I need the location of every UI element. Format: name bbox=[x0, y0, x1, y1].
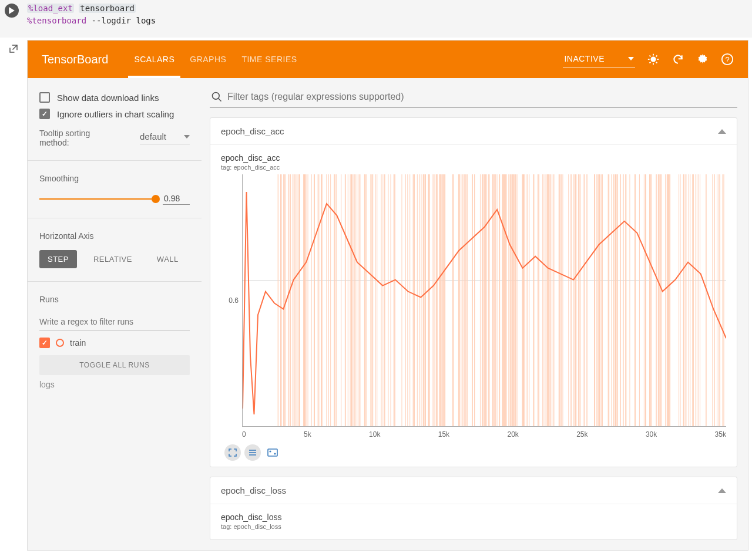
magic-arg: tensorboard bbox=[79, 4, 136, 13]
toggle-all-runs-button[interactable]: TOGGLE ALL RUNS bbox=[39, 355, 190, 375]
chart-tag: tag: epoch_disc_loss bbox=[221, 523, 726, 530]
smoothing-value-input[interactable]: 0.98 bbox=[163, 193, 190, 205]
tab-bar: SCALARS GRAPHS TIME SERIES bbox=[134, 41, 297, 78]
tab-scalars[interactable]: SCALARS bbox=[134, 41, 174, 78]
main-panel: epoch_disc_acc epoch_disc_acc tag: epoch… bbox=[202, 78, 748, 550]
chart-tag: tag: epoch_disc_acc bbox=[221, 164, 726, 171]
tensorboard-frame: TensorBoard SCALARS GRAPHS TIME SERIES I… bbox=[27, 40, 748, 551]
logdir-label: logs bbox=[39, 380, 190, 389]
axis-relative-button[interactable]: RELATIVE bbox=[85, 250, 140, 268]
search-icon bbox=[211, 91, 223, 103]
tooltip-sort-label: Tooltip sorting method: bbox=[39, 129, 104, 147]
show-download-label: Show data download links bbox=[57, 93, 159, 103]
chevron-down-icon bbox=[628, 57, 634, 60]
help-icon[interactable]: ? bbox=[721, 53, 734, 66]
tab-graphs[interactable]: GRAPHS bbox=[190, 41, 226, 78]
runs-filter-input[interactable] bbox=[39, 313, 190, 330]
tensorboard-header: TensorBoard SCALARS GRAPHS TIME SERIES I… bbox=[28, 41, 748, 78]
collapse-icon[interactable] bbox=[718, 488, 726, 493]
show-download-checkbox[interactable]: Show data download links bbox=[39, 92, 190, 103]
tag-filter-input[interactable] bbox=[227, 92, 736, 102]
chevron-down-icon bbox=[184, 135, 190, 139]
popout-icon[interactable] bbox=[8, 43, 19, 54]
settings-icon[interactable] bbox=[696, 53, 709, 66]
app-title: TensorBoard bbox=[42, 53, 108, 66]
svg-text:?: ? bbox=[725, 55, 729, 64]
axis-step-button[interactable]: STEP bbox=[39, 250, 77, 268]
tag-filter-bar bbox=[210, 89, 737, 108]
run-color-swatch bbox=[56, 339, 64, 347]
logdir-value: logs bbox=[136, 16, 156, 25]
code-content[interactable]: %load_ext tensorboard %tensorboard --log… bbox=[27, 2, 156, 27]
smoothing-label: Smoothing bbox=[39, 174, 190, 183]
svg-point-330 bbox=[270, 451, 271, 452]
refresh-icon[interactable] bbox=[672, 53, 684, 66]
run-cell-button[interactable] bbox=[5, 4, 19, 18]
collapse-icon[interactable] bbox=[718, 129, 726, 134]
svg-point-0 bbox=[650, 56, 656, 62]
code-cell: %load_ext tensorboard %tensorboard --log… bbox=[0, 0, 752, 38]
axis-wall-button[interactable]: WALL bbox=[149, 250, 187, 268]
toggle-log-button[interactable] bbox=[244, 444, 261, 461]
tooltip-sort-value: default bbox=[140, 131, 166, 141]
tab-timeseries[interactable]: TIME SERIES bbox=[241, 41, 297, 78]
chart-plot[interactable]: 0.6 bbox=[221, 174, 726, 427]
ignore-outliers-label: Ignore outliers in chart scaling bbox=[57, 109, 174, 119]
svg-point-331 bbox=[274, 453, 276, 454]
magic-load-ext: %load_ext bbox=[27, 4, 74, 13]
checkbox-checked-icon bbox=[39, 109, 50, 119]
svg-rect-329 bbox=[268, 449, 277, 456]
run-train-entry[interactable]: ✓ train bbox=[39, 338, 190, 348]
section-title: epoch_disc_acc bbox=[221, 126, 284, 136]
runs-label: Runs bbox=[39, 295, 190, 304]
svg-line-5 bbox=[219, 99, 221, 102]
run-checkbox-icon[interactable]: ✓ bbox=[39, 338, 50, 348]
chart-title: epoch_disc_loss bbox=[221, 512, 726, 522]
tooltip-sort-select[interactable]: default bbox=[140, 131, 190, 144]
section-title: epoch_disc_loss bbox=[221, 485, 286, 495]
chart-card-disc-loss: epoch_disc_loss epoch_disc_loss tag: epo… bbox=[210, 477, 737, 540]
fit-domain-button[interactable] bbox=[264, 444, 281, 461]
x-axis-labels: 05k10k15k20k25k30k35k bbox=[242, 430, 726, 438]
expand-chart-button[interactable] bbox=[224, 444, 241, 461]
slider-thumb[interactable] bbox=[152, 195, 160, 203]
ignore-outliers-checkbox[interactable]: Ignore outliers in chart scaling bbox=[39, 109, 190, 119]
logdir-flag: --logdir bbox=[92, 16, 131, 25]
chart-title: epoch_disc_acc bbox=[221, 153, 726, 163]
checkbox-icon bbox=[39, 92, 50, 103]
smoothing-slider[interactable] bbox=[39, 198, 156, 200]
sidebar: Show data download links Ignore outliers… bbox=[28, 78, 202, 550]
magic-tensorboard: %tensorboard bbox=[27, 16, 86, 25]
svg-point-4 bbox=[213, 93, 220, 100]
status-dropdown[interactable]: INACTIVE bbox=[563, 52, 635, 68]
y-tick-label: 0.6 bbox=[221, 174, 242, 427]
run-name-label: train bbox=[70, 338, 86, 348]
status-label: INACTIVE bbox=[564, 54, 605, 63]
chart-card-disc-acc: epoch_disc_acc epoch_disc_acc tag: epoch… bbox=[210, 117, 737, 467]
theme-toggle-icon[interactable] bbox=[647, 53, 660, 66]
output-gutter bbox=[0, 38, 27, 551]
axis-label: Horizontal Axis bbox=[39, 231, 190, 241]
